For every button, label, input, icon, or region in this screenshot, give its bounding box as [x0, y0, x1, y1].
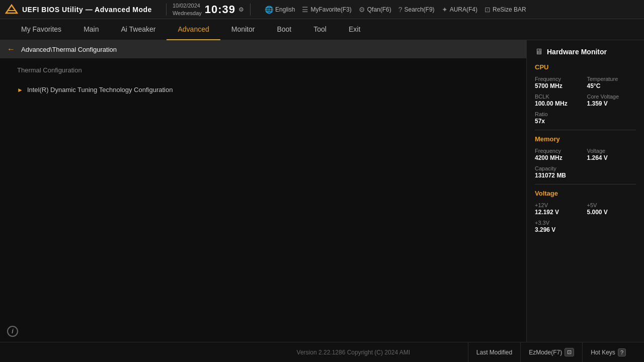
v33-label: +3.3V — [535, 220, 584, 226]
cpu-corevolt-label: Core Voltage — [587, 94, 636, 100]
memory-grid: Frequency 4200 MHz Voltage 1.264 V Capac… — [535, 148, 636, 179]
shortcut-search-label: Search(F9) — [405, 6, 435, 13]
svg-marker-0 — [6, 5, 17, 13]
version-text: Version 2.22.1286 Copyright (C) 2024 AMI — [239, 349, 468, 356]
cpu-corevolt-value: 1.359 V — [587, 100, 636, 107]
info-icon[interactable]: i — [7, 326, 18, 337]
nav-tool[interactable]: Tool — [302, 19, 338, 40]
mem-voltage-group: Voltage 1.264 V — [587, 148, 636, 161]
cpu-corevolt-group: Core Voltage 1.359 V — [587, 94, 636, 107]
cpu-section-title: CPU — [535, 63, 636, 71]
date-display: 10/02/2024Wednesday — [173, 2, 202, 17]
mem-freq-group: Frequency 4200 MHz — [535, 148, 584, 161]
back-button[interactable]: ← — [7, 45, 15, 54]
mem-freq-label: Frequency — [535, 148, 584, 154]
menu-icon: ☰ — [302, 6, 308, 14]
v33-value: 3.296 V — [535, 226, 584, 233]
cpu-freq-group: Frequency 5700 MHz — [535, 76, 584, 89]
shortcut-english[interactable]: 🌐 English — [265, 6, 295, 14]
shortcut-myfavorite[interactable]: ☰ MyFavorite(F3) — [302, 6, 351, 14]
mem-freq-value: 4200 MHz — [535, 154, 584, 161]
section-content: Thermal Configuration ► Intel(R) Dynamic… — [0, 58, 526, 321]
nav-ai-tweaker[interactable]: Ai Tweaker — [110, 19, 167, 40]
cpu-grid: Frequency 5700 MHz Temperature 45°C BCLK… — [535, 76, 636, 125]
v5-label: +5V — [587, 202, 636, 208]
main-layout: ← Advanced\Thermal Configuration Thermal… — [0, 40, 644, 342]
last-modified-label: Last Modified — [476, 349, 512, 356]
ezmode-button[interactable]: EzMode(F7) ⊡ — [520, 342, 582, 363]
memory-section-title: Memory — [535, 135, 636, 143]
fan-icon: ⚙ — [359, 6, 365, 14]
shortcut-english-label: English — [275, 6, 295, 13]
hot-keys-button[interactable]: Hot Keys ? — [582, 342, 634, 363]
breadcrumb-path: Advanced\Thermal Configuration — [21, 46, 117, 53]
top-bar: UEFI BIOS Utility — Advanced Mode 10/02/… — [0, 0, 644, 19]
shortcut-bar: 🌐 English ☰ MyFavorite(F3) ⚙ Qfan(F6) ? … — [265, 6, 526, 14]
resize-icon: ⊡ — [485, 6, 491, 14]
breadcrumb: ← Advanced\Thermal Configuration — [0, 40, 526, 58]
nav-bar: My Favorites Main Ai Tweaker Advanced Mo… — [0, 19, 644, 40]
divider2 — [250, 4, 251, 16]
time-area: 10/02/2024Wednesday 10:39 ⚙ — [173, 2, 244, 17]
footer-buttons: Last Modified EzMode(F7) ⊡ Hot Keys ? — [468, 342, 634, 363]
voltage-section-title: Voltage — [535, 190, 636, 197]
cpu-temp-group: Temperature 45°C — [587, 76, 636, 89]
hot-keys-label: Hot Keys — [591, 349, 615, 356]
shortcut-myfavorite-label: MyFavorite(F3) — [310, 6, 351, 13]
left-panel: ← Advanced\Thermal Configuration Thermal… — [0, 40, 526, 342]
cpu-temp-value: 45°C — [587, 82, 636, 89]
mem-capacity-value: 131072 MB — [535, 172, 584, 179]
shortcut-resizebar[interactable]: ⊡ ReSize BAR — [485, 6, 526, 14]
divider — [166, 4, 167, 16]
hardware-monitor-panel: 🖥 Hardware Monitor CPU Frequency 5700 MH… — [526, 40, 644, 342]
nav-exit[interactable]: Exit — [338, 19, 371, 40]
nav-my-favorites[interactable]: My Favorites — [10, 19, 72, 40]
logo-area: UEFI BIOS Utility — Advanced Mode — [5, 3, 152, 16]
mem-capacity-label: Capacity — [535, 165, 584, 171]
monitor-icon: 🖥 — [535, 47, 543, 56]
ezmode-key-icon: ⊡ — [565, 348, 574, 356]
hw-monitor-title: Hardware Monitor — [547, 48, 607, 56]
v33-group: +3.3V 3.296 V — [535, 220, 584, 233]
v12-label: +12V — [535, 202, 584, 208]
info-area: i — [0, 321, 526, 342]
cpu-bclk-value: 100.00 MHz — [535, 100, 584, 107]
shortcut-qfan[interactable]: ⚙ Qfan(F6) — [359, 6, 391, 14]
nav-advanced[interactable]: Advanced — [167, 19, 220, 40]
menu-item-label: Intel(R) Dynamic Tuning Technology Confi… — [27, 86, 173, 94]
cpu-temp-label: Temperature — [587, 76, 636, 82]
cpu-ratio-value: 57x — [535, 118, 584, 125]
last-modified-button[interactable]: Last Modified — [468, 342, 520, 363]
divider-cpu-mem — [535, 130, 636, 130]
v12-value: 12.192 V — [535, 209, 584, 216]
section-title: Thermal Configuration — [10, 66, 516, 74]
asus-logo-icon — [5, 3, 18, 16]
v12-group: +12V 12.192 V — [535, 202, 584, 216]
cpu-bclk-label: BCLK — [535, 94, 584, 100]
shortcut-aura-label: AURA(F4) — [450, 6, 477, 13]
cpu-bclk-group: BCLK 100.00 MHz — [535, 94, 584, 107]
nav-monitor[interactable]: Monitor — [220, 19, 266, 40]
cpu-freq-label: Frequency — [535, 76, 584, 82]
ezmode-label: EzMode(F7) — [529, 349, 562, 356]
menu-item-intel-dynamic-tuning[interactable]: ► Intel(R) Dynamic Tuning Technology Con… — [10, 81, 516, 99]
globe-icon: 🌐 — [265, 6, 273, 14]
search-icon: ? — [398, 6, 403, 14]
nav-main[interactable]: Main — [72, 19, 110, 40]
shortcut-aura[interactable]: ✦ AURA(F4) — [442, 6, 477, 14]
shortcut-search[interactable]: ? Search(F9) — [398, 6, 435, 14]
mem-voltage-value: 1.264 V — [587, 154, 636, 161]
cpu-ratio-group: Ratio 57x — [535, 111, 584, 125]
v5-group: +5V 5.000 V — [587, 202, 636, 216]
settings-icon[interactable]: ⚙ — [238, 6, 244, 13]
menu-arrow-icon: ► — [17, 86, 23, 94]
nav-boot[interactable]: Boot — [266, 19, 302, 40]
time-display: 10:39 — [205, 3, 235, 16]
cpu-freq-value: 5700 MHz — [535, 82, 584, 89]
v5-value: 5.000 V — [587, 209, 636, 216]
aura-icon: ✦ — [442, 6, 448, 14]
divider-mem-volt — [535, 184, 636, 185]
hot-keys-icon: ? — [618, 348, 626, 356]
mem-voltage-label: Voltage — [587, 148, 636, 154]
hw-monitor-header: 🖥 Hardware Monitor — [535, 47, 636, 56]
